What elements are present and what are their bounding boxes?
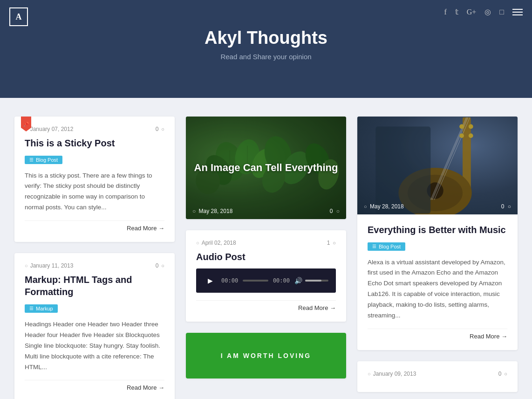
bottom-post-date: January 09, 2013 (373, 371, 416, 377)
sticky-post-meta: ○ January 07, 2012 0 ○ (25, 126, 164, 132)
audio-comment-count: 1 (327, 240, 330, 246)
main-content: 📌 ○ January 07, 2012 0 ○ This is a Stick… (5, 98, 527, 399)
svg-point-22 (469, 124, 473, 129)
bottom-post-body: ○ January 09, 2013 0 ○ (357, 361, 518, 392)
play-button[interactable]: ▶ (204, 274, 217, 287)
music-post-excerpt: Alexa is a virtual assistant developed b… (368, 257, 507, 322)
right-column: ○ May 28, 2018 0 ○ Everything is Better … (357, 117, 518, 392)
site-title: Akyl Thoughts (9, 28, 523, 48)
instagram-icon[interactable]: □ (499, 8, 504, 16)
markup-post-date: January 11, 2013 (30, 262, 74, 269)
audio-post-comments: 1 ○ (327, 240, 336, 246)
audio-time-total: 00:00 (273, 277, 290, 284)
middle-column: An Image Can Tell Everything ○ May 28, 2… (186, 117, 346, 378)
sticky-post-body: ○ January 07, 2012 0 ○ This is a Sticky … (14, 117, 175, 242)
left-column: 📌 ○ January 07, 2012 0 ○ This is a Stick… (14, 117, 175, 399)
audio-post-card: ○ April 02, 2018 1 ○ Audio Post ▶ 00:00 (186, 230, 346, 322)
markup-comment-count: 0 (156, 262, 159, 269)
markup-post-date-area: ○ January 11, 2013 (25, 262, 73, 269)
audio-time-current: 00:00 (221, 277, 238, 284)
green-post-body: I AM WORTH LOVING (186, 333, 346, 378)
svg-point-21 (459, 124, 464, 129)
audio-post-read-more[interactable]: Read More → (196, 300, 336, 311)
comment-icon: ○ (161, 126, 164, 132)
bottom-post-date-area: ○ January 09, 2013 (368, 371, 416, 377)
google-plus-icon[interactable]: G+ (467, 8, 477, 16)
svg-point-24 (469, 133, 473, 138)
facebook-icon[interactable]: f (444, 8, 446, 16)
music-tag-icon: ☰ (372, 244, 376, 249)
image-post-overlay: An Image Can Tell Everything (186, 117, 346, 219)
bottom-post-comments: 0 ○ (498, 371, 507, 377)
volume-bar[interactable] (305, 280, 328, 282)
site-logo[interactable]: A (9, 7, 28, 26)
markup-post-card: ○ January 11, 2013 0 ○ Markup: HTML Tags… (14, 253, 175, 399)
sticky-post-comments: 0 ○ (156, 126, 164, 132)
markup-post-excerpt: Headings Header one Header two Header th… (25, 319, 164, 373)
bottom-post-meta: ○ January 09, 2013 0 ○ (368, 371, 507, 377)
site-subtitle: Read and Share your opinion (9, 53, 523, 61)
header-navigation: f 𝕥 G+ ◎ □ (444, 7, 523, 16)
music-clock-icon: ○ (364, 204, 367, 209)
site-header: A f 𝕥 G+ ◎ □ Akyl Thoughts Read and Shar… (0, 0, 532, 98)
tag-icon: ☰ (29, 157, 34, 162)
twitter-icon[interactable]: 𝕥 (455, 7, 458, 16)
bottom-post-card: ○ January 09, 2013 0 ○ (357, 361, 518, 392)
bottom-comment-count: 0 (498, 371, 502, 377)
audio-post-body: ○ April 02, 2018 1 ○ Audio Post ▶ 00:00 (186, 230, 346, 322)
menu-icon[interactable] (512, 9, 523, 15)
markup-comment-icon: ○ (161, 263, 164, 268)
audio-progress-bar[interactable] (243, 280, 268, 282)
music-image-comments: 0 ○ (501, 203, 511, 210)
audio-post-date-area: ○ April 02, 2018 (196, 240, 236, 246)
sticky-post-tag[interactable]: ☰ Blog Post (25, 156, 62, 164)
music-post-tag[interactable]: ☰ Blog Post (368, 242, 405, 251)
audio-volume-control: 🔊 (294, 277, 328, 285)
bottom-comment-icon: ○ (504, 371, 507, 377)
svg-rect-20 (375, 126, 430, 213)
audio-post-meta: ○ April 02, 2018 1 ○ (196, 240, 336, 246)
image-post-bg: An Image Can Tell Everything ○ May 28, 2… (186, 117, 346, 219)
music-post-title: Everything is Better with Music (368, 224, 507, 236)
sticky-post-excerpt: This is a sticky post. There are a few t… (25, 171, 164, 213)
green-post-title: I AM WORTH LOVING (221, 352, 311, 359)
audio-post-title: Audio Post (196, 251, 336, 263)
sticky-post-title: This is a Sticky Post (25, 137, 164, 149)
music-img-comment-icon: ○ (508, 203, 511, 210)
svg-point-23 (459, 133, 464, 138)
volume-fill (305, 280, 321, 282)
audio-clock-icon: ○ (196, 240, 199, 246)
image-post-comments: 0 ○ (330, 208, 340, 214)
volume-icon[interactable]: 🔊 (294, 277, 302, 285)
music-image-card: ○ May 28, 2018 0 ○ Everything is Better … (357, 117, 518, 350)
green-post-card[interactable]: I AM WORTH LOVING (186, 333, 346, 378)
markup-tag-icon: ☰ (29, 306, 34, 311)
sticky-post-date-area: ○ January 07, 2012 (25, 126, 73, 132)
markup-post-body: ○ January 11, 2013 0 ○ Markup: HTML Tags… (14, 253, 175, 399)
audio-post-date: April 02, 2018 (202, 240, 236, 246)
bottom-clock-icon: ○ (368, 371, 371, 377)
music-post-read-more[interactable]: Read More → (368, 329, 507, 340)
audio-player: ▶ 00:00 00:00 🔊 (196, 268, 336, 293)
markup-post-meta: ○ January 11, 2013 0 ○ (25, 262, 164, 269)
music-post-body: Everything is Better with Music ☰ Blog P… (357, 214, 518, 350)
image-post-title: An Image Can Tell Everything (187, 162, 346, 174)
image-post-meta: ○ May 28, 2018 0 ○ (192, 208, 340, 214)
clock-icon-2: ○ (25, 263, 28, 268)
music-post-date-img: ○ May 28, 2018 (364, 203, 404, 210)
img-comment-icon: ○ (336, 208, 340, 214)
sticky-post-date: January 07, 2012 (30, 126, 74, 132)
image-post-date: ○ May 28, 2018 (192, 208, 232, 214)
sticky-comment-count: 0 (156, 126, 159, 132)
markup-post-comments: 0 ○ (156, 262, 164, 269)
img-clock-icon: ○ (192, 208, 196, 214)
image-post-card[interactable]: An Image Can Tell Everything ○ May 28, 2… (186, 117, 346, 219)
guitar-svg (357, 117, 518, 214)
dribbble-icon[interactable]: ◎ (484, 7, 491, 16)
music-image-bg: ○ May 28, 2018 0 ○ (357, 117, 518, 214)
audio-comment-icon: ○ (333, 240, 336, 246)
markup-post-read-more[interactable]: Read More → (25, 380, 164, 391)
sticky-post-read-more[interactable]: Read More → (25, 220, 164, 232)
markup-post-tag[interactable]: ☰ Markup (25, 304, 58, 313)
sticky-post-card: 📌 ○ January 07, 2012 0 ○ This is a Stick… (14, 117, 175, 242)
